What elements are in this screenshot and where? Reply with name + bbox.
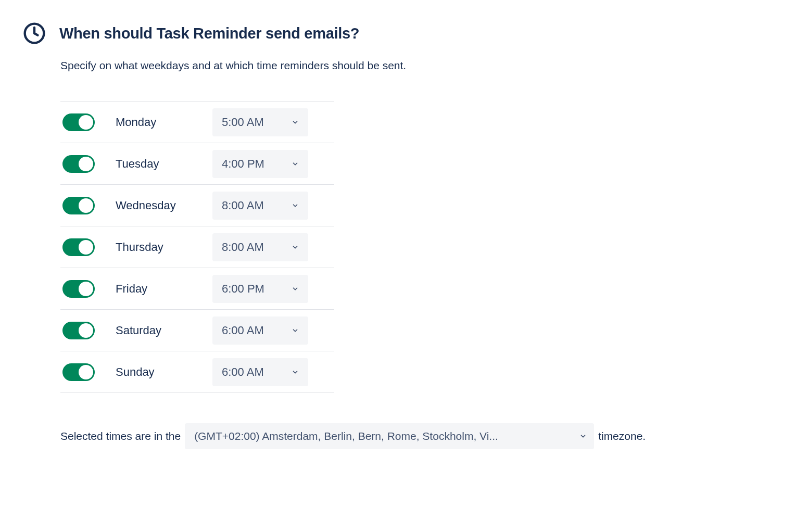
day-label-friday: Friday: [116, 282, 212, 296]
time-value: 6:00 AM: [222, 365, 264, 379]
time-value: 6:00 AM: [222, 324, 264, 337]
timezone-select[interactable]: (GMT+02:00) Amsterdam, Berlin, Bern, Rom…: [185, 423, 594, 449]
section-header: When should Task Reminder send emails?: [23, 22, 785, 45]
chevron-down-icon: [292, 369, 299, 376]
day-label-wednesday: Wednesday: [116, 199, 212, 212]
chevron-down-icon: [292, 119, 299, 126]
toggle-sunday[interactable]: [62, 363, 95, 381]
toggle-wednesday[interactable]: [62, 197, 95, 214]
schedule-table: Monday 5:00 AM Tuesday 4:00 PM Wednesday: [60, 101, 334, 393]
clock-icon: [23, 22, 46, 45]
chevron-down-icon: [292, 160, 299, 168]
section-title: When should Task Reminder send emails?: [59, 25, 359, 42]
schedule-row-tuesday: Tuesday 4:00 PM: [60, 143, 334, 185]
schedule-row-wednesday: Wednesday 8:00 AM: [60, 185, 334, 226]
toggle-friday[interactable]: [62, 280, 95, 298]
time-select-thursday[interactable]: 8:00 AM: [212, 233, 308, 261]
time-select-sunday[interactable]: 6:00 AM: [212, 358, 308, 386]
timezone-line: Selected times are in the (GMT+02:00) Am…: [60, 423, 689, 449]
schedule-row-sunday: Sunday 6:00 AM: [60, 351, 334, 393]
timezone-suffix: timezone.: [598, 430, 646, 442]
time-value: 4:00 PM: [222, 157, 264, 171]
time-select-monday[interactable]: 5:00 AM: [212, 108, 308, 136]
chevron-down-icon: [292, 202, 299, 209]
day-label-tuesday: Tuesday: [116, 157, 212, 171]
toggle-monday[interactable]: [62, 113, 95, 131]
toggle-tuesday[interactable]: [62, 155, 95, 173]
time-select-friday[interactable]: 6:00 PM: [212, 275, 308, 303]
schedule-row-monday: Monday 5:00 AM: [60, 102, 334, 143]
toggle-saturday[interactable]: [62, 322, 95, 339]
toggle-thursday[interactable]: [62, 238, 95, 256]
time-select-wednesday[interactable]: 8:00 AM: [212, 192, 308, 220]
content-area: Specify on what weekdays and at which ti…: [23, 59, 689, 449]
time-value: 8:00 AM: [222, 240, 264, 254]
time-select-saturday[interactable]: 6:00 AM: [212, 316, 308, 345]
timezone-prefix: Selected times are in the: [60, 430, 181, 442]
schedule-row-saturday: Saturday 6:00 AM: [60, 310, 334, 351]
chevron-down-icon: [292, 327, 299, 334]
chevron-down-icon: [579, 433, 587, 440]
day-label-saturday: Saturday: [116, 324, 212, 337]
time-select-tuesday[interactable]: 4:00 PM: [212, 150, 308, 178]
day-label-monday: Monday: [116, 116, 212, 129]
day-label-sunday: Sunday: [116, 365, 212, 379]
schedule-row-friday: Friday 6:00 PM: [60, 268, 334, 310]
day-label-thursday: Thursday: [116, 240, 212, 254]
time-value: 8:00 AM: [222, 199, 264, 212]
section-description: Specify on what weekdays and at which ti…: [60, 59, 689, 72]
timezone-value: (GMT+02:00) Amsterdam, Berlin, Bern, Rom…: [194, 430, 579, 442]
chevron-down-icon: [292, 285, 299, 293]
time-value: 6:00 PM: [222, 282, 264, 296]
schedule-row-thursday: Thursday 8:00 AM: [60, 226, 334, 268]
chevron-down-icon: [292, 244, 299, 251]
time-value: 5:00 AM: [222, 116, 264, 129]
